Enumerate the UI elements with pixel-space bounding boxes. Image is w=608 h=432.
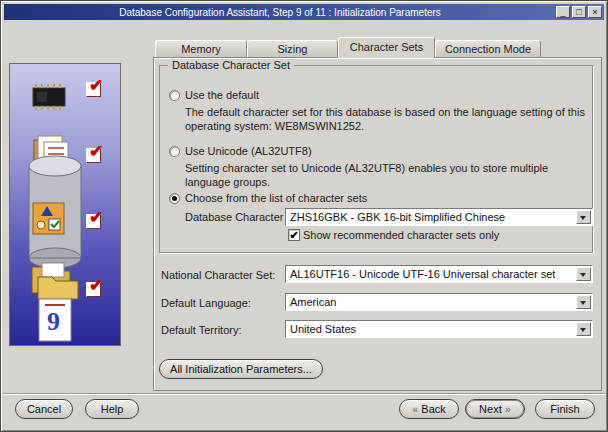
back-chevron-icon: « (412, 403, 418, 415)
database-character-set-value: ZHS16GBK - GBK 16-bit Simplified Chinese (290, 211, 505, 223)
finish-button[interactable]: Finish (535, 399, 595, 419)
next-button-label: Next (479, 403, 502, 415)
group-title: Database Character Set (168, 59, 294, 71)
choose-from-list-label[interactable]: Choose from the list of character sets (185, 192, 367, 204)
default-territory-label: Default Territory: (161, 324, 242, 336)
step-check-icon: ✔ (86, 148, 101, 163)
tab-connection-mode[interactable]: Connection Mode (435, 40, 541, 57)
step-check-icon: ✔ (86, 214, 101, 229)
default-language-label: Default Language: (161, 297, 251, 309)
step-check-icon: ✔ (86, 282, 101, 297)
use-unicode-description: Setting character set to Unicode (AL32UT… (185, 161, 587, 189)
maximize-button[interactable]: □ (572, 6, 586, 18)
show-recommended-checkbox[interactable]: ✔ (288, 229, 300, 241)
help-button[interactable]: Help (85, 399, 139, 419)
use-default-label[interactable]: Use the default (185, 89, 259, 101)
back-button[interactable]: « Back (399, 399, 459, 419)
default-language-select[interactable]: American (285, 293, 593, 311)
footer-separator (3, 393, 605, 395)
close-button[interactable]: × (588, 6, 602, 18)
database-character-set-select[interactable]: ZHS16GBK - GBK 16-bit Simplified Chinese (285, 208, 593, 226)
wizard-graphic-panel: 9 ✔ ✔ ✔ ✔ (9, 63, 121, 346)
dbca-window: Database Configuration Assistant, Step 9… (0, 0, 608, 432)
chevron-down-icon[interactable] (576, 267, 591, 281)
use-unicode-radio[interactable] (169, 146, 180, 157)
tab-memory[interactable]: Memory (155, 40, 247, 57)
tab-character-sets[interactable]: Character Sets (338, 37, 435, 58)
chevron-down-icon[interactable] (576, 210, 591, 224)
national-character-set-value: AL16UTF16 - Unicode UTF-16 Universal cha… (290, 268, 555, 280)
clock-icon: 9 (36, 296, 76, 346)
choose-from-list-radio[interactable] (169, 193, 180, 204)
show-recommended-label[interactable]: Show recommended character sets only (303, 229, 499, 241)
chevron-down-icon[interactable] (576, 295, 591, 309)
national-character-set-select[interactable]: AL16UTF16 - Unicode UTF-16 Universal cha… (285, 265, 593, 283)
step-check-icon: ✔ (86, 82, 101, 97)
minimize-button[interactable]: _ (556, 6, 570, 18)
character-sets-badge-icon (32, 202, 66, 240)
national-character-set-label: National Character Set: (161, 269, 275, 281)
default-territory-value: United States (290, 323, 356, 335)
chevron-down-icon[interactable] (576, 322, 591, 336)
use-default-description: The default character set for this datab… (185, 105, 587, 133)
memory-chip-icon (26, 82, 72, 116)
use-unicode-label[interactable]: Use Unicode (AL32UTF8) (185, 145, 312, 157)
title-bar[interactable]: Database Configuration Assistant, Step 9… (4, 4, 604, 20)
cancel-button[interactable]: Cancel (15, 399, 73, 419)
default-territory-select[interactable]: United States (285, 320, 593, 338)
use-default-radio[interactable] (169, 90, 180, 101)
all-initialization-parameters-button[interactable]: All Initialization Parameters... (159, 359, 323, 379)
next-chevron-icon: » (505, 403, 511, 415)
next-button[interactable]: Next » (465, 399, 525, 419)
window-title: Database Configuration Assistant, Step 9… (4, 7, 556, 18)
tab-sizing[interactable]: Sizing (247, 40, 338, 57)
svg-text:9: 9 (47, 307, 60, 336)
back-button-label: Back (421, 403, 445, 415)
default-language-value: American (290, 296, 336, 308)
